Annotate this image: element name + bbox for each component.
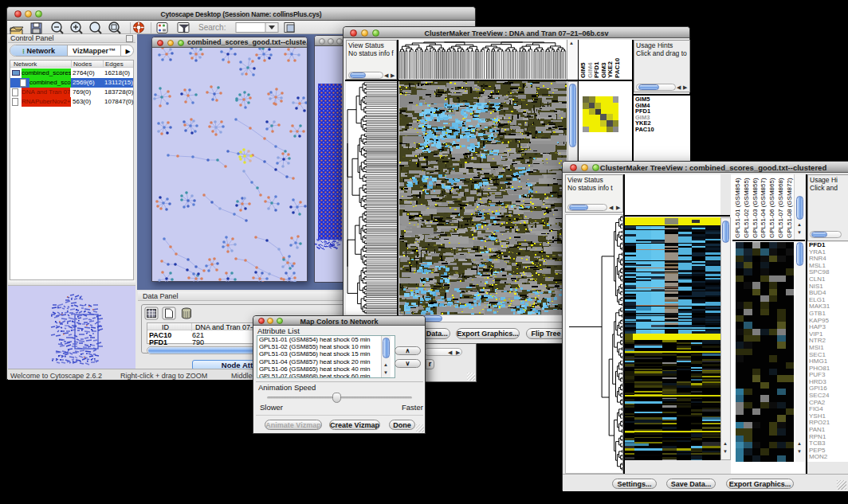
svg-text:PAC10: PAC10 xyxy=(614,57,621,78)
svg-text:GPL51-02 (GSM855): GPL51-02 (GSM855) xyxy=(743,178,750,238)
svg-text:GIM5: GIM5 xyxy=(579,62,587,78)
svg-text:PFD1: PFD1 xyxy=(593,61,600,78)
svg-text:GPL51-03 (GSM856): GPL51-03 (GSM856) xyxy=(752,178,759,238)
svg-text:GPL51-04 (GSM857): GPL51-04 (GSM857) xyxy=(760,178,767,238)
svg-text:GPL51-08 (GSM872): GPL51-08 (GSM872) xyxy=(786,178,793,238)
svg-text:GPL51-01 (GSM854): GPL51-01 (GSM854) xyxy=(734,178,741,238)
svg-text:Search:: Search: xyxy=(198,23,226,32)
svg-text:GPL51-06 (GSM865): GPL51-06 (GSM865) xyxy=(768,178,775,238)
svg-text:YKE2: YKE2 xyxy=(607,61,614,78)
svg-text:GPL51-07 (GSM868): GPL51-07 (GSM868) xyxy=(777,178,784,238)
